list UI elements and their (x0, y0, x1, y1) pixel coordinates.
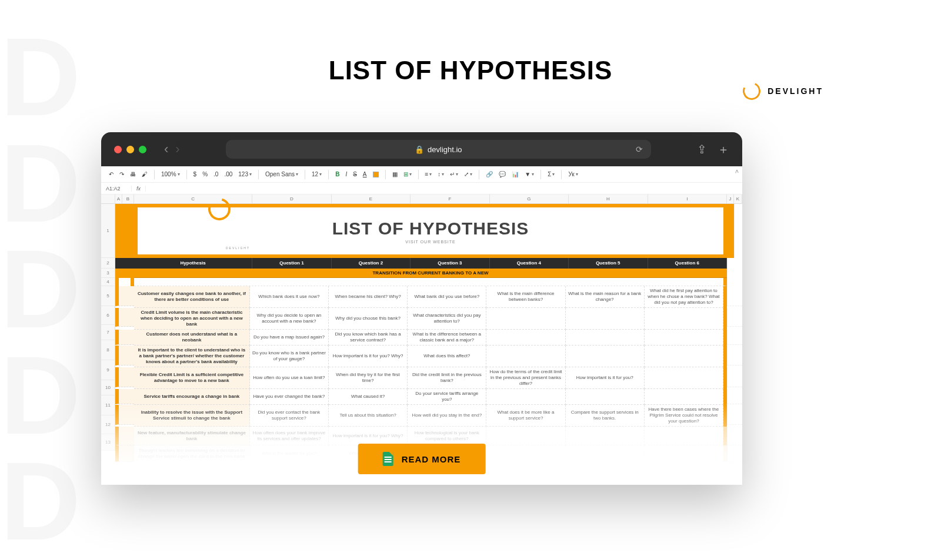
comment-button[interactable]: 💬 (497, 170, 508, 179)
question-cell[interactable]: When did they try it for the first time? (329, 367, 408, 389)
row-3[interactable]: 3 (101, 269, 115, 278)
row-2[interactable]: 2 (101, 258, 115, 269)
h-align-button[interactable]: ≡ (423, 170, 434, 179)
question-cell[interactable] (566, 308, 645, 330)
row-8[interactable]: 8 (101, 340, 115, 360)
question-cell[interactable]: What did he first pay attention to when … (645, 286, 723, 308)
col-F[interactable]: F (411, 195, 489, 203)
fill-color-button[interactable] (371, 170, 381, 179)
question-cell[interactable] (645, 427, 723, 445)
row-10[interactable]: 10 (101, 380, 115, 395)
percent-button[interactable]: % (201, 170, 209, 179)
question-cell[interactable]: What characteristics did you pay attenti… (408, 308, 486, 330)
back-button[interactable]: ‹ (164, 142, 168, 157)
question-cell[interactable]: Tell us about this situation? (329, 405, 408, 427)
question-cell[interactable]: What does this affect? (408, 346, 486, 367)
question-cell[interactable]: Who is the leader for you? (250, 445, 329, 462)
row-7[interactable]: 7 (101, 325, 115, 340)
question-cell[interactable]: What is the main difference between bank… (486, 286, 565, 308)
question-cell[interactable] (566, 330, 645, 346)
increase-decimal-button[interactable]: .00 (222, 170, 234, 179)
link-button[interactable]: 🔗 (484, 170, 495, 179)
col-G[interactable]: G (490, 195, 569, 203)
question-cell[interactable] (486, 427, 565, 445)
question-cell[interactable]: Did you know which bank has a service co… (329, 330, 408, 346)
strike-button[interactable]: S (351, 170, 359, 179)
print-button[interactable]: 🖶 (128, 170, 138, 179)
question-cell[interactable] (645, 346, 723, 367)
row-13[interactable]: 13 (101, 434, 115, 451)
question-cell[interactable] (645, 308, 723, 330)
col-B[interactable]: B (122, 195, 134, 203)
question-cell[interactable]: How technological is your bank compared … (408, 427, 486, 445)
col-D[interactable]: D (252, 195, 331, 203)
question-cell[interactable]: What bank did you use before? (408, 286, 486, 308)
row-4[interactable]: 4 (101, 278, 115, 286)
question-cell[interactable] (645, 367, 723, 389)
hypothesis-cell[interactable]: Service tariffs encourage a change in ba… (134, 389, 250, 405)
reload-button[interactable]: ⟳ (636, 145, 643, 154)
italic-button[interactable]: I (343, 170, 349, 179)
col-I[interactable]: I (648, 195, 727, 203)
question-cell[interactable]: Which bank does it use now? (250, 286, 329, 308)
question-cell[interactable]: How well did you stay in the end? (408, 405, 486, 427)
question-cell[interactable] (566, 427, 645, 445)
input-tools-button[interactable]: Ук (566, 170, 579, 179)
formula-input[interactable] (146, 186, 742, 192)
row-11[interactable]: 11 (101, 395, 115, 415)
question-cell[interactable]: Do your service tariffs arrange you? (408, 389, 486, 405)
redo-button[interactable]: ↷ (118, 170, 126, 179)
text-color-button[interactable]: A (361, 170, 369, 179)
borders-button[interactable]: ▦ (391, 170, 399, 179)
question-cell[interactable] (486, 308, 565, 330)
question-cell[interactable]: What is the difference between a classic… (408, 330, 486, 346)
question-cell[interactable]: Do you know who is a bank partner of you… (250, 346, 329, 367)
col-H[interactable]: H (569, 195, 648, 203)
hypothesis-cell[interactable]: Customer easily changes one bank to anot… (134, 286, 250, 308)
row-12[interactable]: 12 (101, 415, 115, 434)
zoom-dropdown[interactable]: 100% (159, 170, 182, 179)
chart-button[interactable]: 📊 (510, 170, 520, 179)
hypothesis-cell[interactable]: New feature, manufacturability stimulate… (134, 427, 250, 445)
share-icon[interactable]: ⇪ (697, 142, 707, 156)
question-cell[interactable]: What is the main reason for a bank chang… (566, 286, 645, 308)
question-cell[interactable] (645, 445, 723, 462)
question-cell[interactable]: Compare the support services in two bank… (566, 405, 645, 427)
question-cell[interactable] (486, 445, 565, 462)
maximize-window-button[interactable] (139, 146, 146, 153)
question-cell[interactable]: Why did you decide to open an account wi… (250, 308, 329, 330)
functions-button[interactable]: Σ (546, 170, 556, 179)
question-cell[interactable] (645, 389, 723, 405)
question-cell[interactable]: How important is it for you? Why? (329, 346, 408, 367)
hypothesis-cell[interactable]: Flexible Credit Limit is a sufficient co… (134, 367, 250, 389)
decrease-decimal-button[interactable]: .0 (212, 170, 220, 179)
forward-button[interactable]: › (175, 142, 179, 157)
question-cell[interactable]: Did the credit limit in the previous ban… (408, 367, 486, 389)
col-E[interactable]: E (332, 195, 411, 203)
question-cell[interactable]: What caused it? (329, 389, 408, 405)
question-cell[interactable]: How often does your bank improve its ser… (250, 427, 329, 445)
minimize-window-button[interactable] (126, 146, 134, 153)
undo-button[interactable]: ↶ (107, 170, 115, 179)
new-tab-button[interactable]: ＋ (718, 142, 729, 157)
question-cell[interactable]: Did you ever contact the bank support se… (250, 405, 329, 427)
question-cell[interactable]: How important is it for you? (566, 367, 645, 389)
currency-button[interactable]: $ (192, 170, 199, 179)
question-cell[interactable] (645, 330, 723, 346)
row-9[interactable]: 9 (101, 360, 115, 380)
paint-format-button[interactable]: 🖌 (140, 170, 149, 179)
v-align-button[interactable]: ↕ (436, 170, 446, 179)
col-K[interactable]: K (734, 195, 742, 203)
read-more-button[interactable]: READ MORE (358, 444, 486, 474)
font-dropdown[interactable]: Open Sans (263, 170, 300, 179)
question-cell[interactable]: How do the terms of the credit limit in … (486, 367, 565, 389)
question-cell[interactable] (486, 330, 565, 346)
address-bar[interactable]: 🔒 devlight.io ⟳ (226, 140, 651, 159)
name-box[interactable]: A1:A2 (101, 186, 132, 192)
question-cell[interactable]: Do you have a map issued again? (250, 330, 329, 346)
question-cell[interactable] (566, 346, 645, 367)
format-number-dropdown[interactable]: 123 (236, 170, 253, 179)
col-A[interactable]: A (115, 195, 122, 203)
question-cell[interactable] (486, 346, 565, 367)
row-1[interactable]: 1 (101, 204, 115, 258)
